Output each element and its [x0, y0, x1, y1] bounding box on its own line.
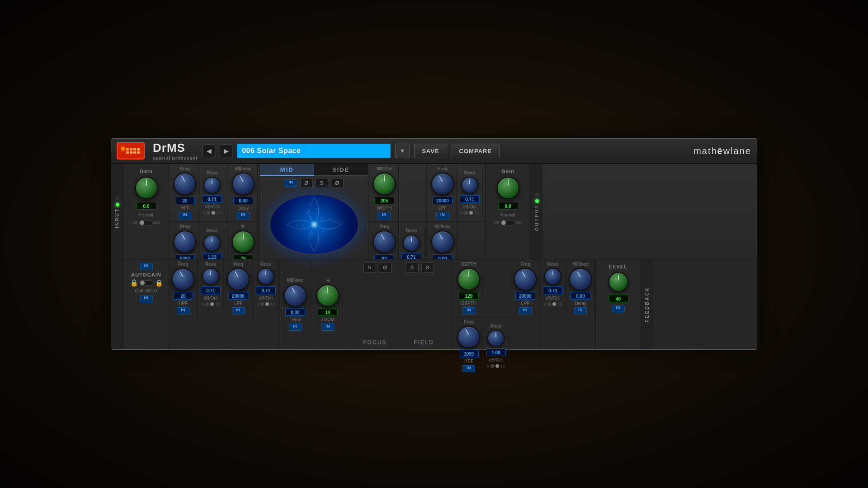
mid-top-hpf-reso-value[interactable]: 0.71	[202, 195, 222, 203]
mid-bot-hpf-reso-value[interactable]: 0.71	[201, 286, 221, 294]
side-bot-lpf-reso-knob[interactable]	[544, 268, 561, 285]
output-gain-value[interactable]: 0.0	[498, 202, 518, 210]
side-bot-delay-knob[interactable]	[569, 268, 592, 291]
mid-top-lpf-reso-knob[interactable]	[203, 235, 221, 252]
mid-top-hpf-reso-knob[interactable]	[203, 177, 221, 194]
mid-bot-lpf-reso-knob[interactable]	[257, 268, 274, 285]
mid-bot-hpf-freq-knob[interactable]	[172, 268, 194, 291]
side-s-btn[interactable]: S	[316, 178, 328, 188]
zoom-phase-btn[interactable]: Ø	[379, 263, 392, 272]
side-bot-hpf-in-btn[interactable]: IN	[462, 365, 475, 372]
field-s-btn[interactable]: S	[406, 263, 419, 272]
side-phase-btn[interactable]: Ø	[331, 178, 344, 188]
prev-preset-button[interactable]: ◀	[203, 145, 215, 157]
mid-bot-hpf-reso-knob[interactable]	[202, 268, 219, 285]
side-bot-lpf-freq-value[interactable]: 20000	[515, 292, 535, 300]
options-side-indicator	[111, 259, 124, 349]
svg-point-5	[312, 223, 316, 226]
mid-top-hpf-in-btn[interactable]: IN	[179, 212, 191, 219]
mid-top-lpf-freq-knob[interactable]	[174, 230, 196, 253]
side-tab[interactable]: SIDE	[314, 164, 368, 176]
mid-top-delay-in-btn[interactable]: IN	[237, 212, 250, 219]
mid-bot-lpf-reso-value[interactable]: 0.71	[256, 286, 276, 294]
side-bot-hpf-reso-knob[interactable]	[487, 330, 505, 347]
feedback-in-btn[interactable]: IN	[612, 305, 625, 312]
mid-top-hpf-freq-knob[interactable]	[174, 173, 196, 195]
side-top-hpf-reso-knob[interactable]	[403, 235, 420, 252]
slope-6-btn[interactable]	[207, 211, 210, 215]
mid-tab[interactable]: MID	[260, 164, 314, 176]
side-top-lpf-reso-group: Reso 0.71 dB/Oct 6 12	[457, 168, 483, 217]
options-in-btn[interactable]: IN	[140, 263, 153, 270]
side-width-group: WIDTH 205 WIDTH IN	[370, 164, 399, 221]
input-gain-knob[interactable]	[135, 177, 158, 199]
preset-name-display[interactable]: 006 Solar Space	[237, 144, 391, 158]
side-bot-delay-in-btn[interactable]: IN	[574, 307, 587, 314]
mid-top-delay-value[interactable]: 0.00	[233, 197, 253, 204]
mid-bot-hpf-in-btn[interactable]: IN	[177, 307, 189, 314]
side-top-lpf-in-btn[interactable]: IN	[436, 212, 449, 219]
side-bot-hpf-reso-value[interactable]: 1.08	[486, 348, 506, 356]
field-phase-btn[interactable]: Ø	[421, 263, 434, 272]
side-top-lpf-freq-value[interactable]: 20000	[433, 197, 453, 204]
mid-bot-lpf-freq-knob[interactable]	[227, 268, 250, 291]
side-top-lpf-reso-knob[interactable]	[461, 177, 478, 194]
autogain-toggle[interactable]	[140, 280, 153, 286]
side-bot-lpf-in-btn[interactable]: IN	[519, 307, 532, 314]
output-side-indicator: OUTPUT	[530, 164, 543, 259]
side-bot-hpf-freq-value[interactable]: 1099	[459, 350, 479, 357]
feedback-level-value[interactable]: 40	[609, 295, 628, 302]
zoom-s-btn[interactable]: S	[363, 263, 376, 272]
side-width-value[interactable]: 205	[374, 197, 394, 204]
side-lpf-slope-6[interactable]	[464, 211, 468, 215]
next-preset-button[interactable]: ▶	[220, 145, 232, 157]
output-format-label: Format	[501, 212, 515, 217]
feedback-side-indicator: FEEDBACK	[641, 259, 653, 349]
lock-on-icon[interactable]: 🔒	[155, 279, 163, 286]
side-lpf-slope-12[interactable]	[469, 211, 473, 215]
output-gain-knob[interactable]	[497, 177, 519, 199]
preset-dropdown-button[interactable]: ▼	[395, 144, 410, 158]
side-depth-knob[interactable]	[458, 268, 480, 291]
input-side-indicator: INPUT	[111, 164, 124, 259]
side-depth-in-btn[interactable]: IN	[462, 307, 475, 314]
mid-bot-lpf-freq-value[interactable]: 20000	[228, 292, 248, 300]
mid-bot-lpf-in-btn[interactable]: IN	[232, 307, 245, 314]
side-bot-delay-value[interactable]: 0.00	[571, 292, 590, 300]
side-bot-hpf-freq-knob[interactable]	[458, 326, 480, 348]
mid-bot-hpf-freq-value[interactable]: 20	[173, 292, 193, 300]
side-top-hpf-freq-knob[interactable]	[373, 230, 396, 253]
focus-label: FOCUS	[363, 339, 387, 346]
format-toggle[interactable]: LR MS	[132, 220, 160, 225]
mid-bot-delay-knob[interactable]	[284, 284, 307, 307]
slope-12-btn[interactable]	[212, 211, 215, 215]
mid-bot-delay-value[interactable]: 0.00	[285, 308, 305, 316]
mid-top-level-knob[interactable]	[232, 230, 255, 253]
input-gain-value[interactable]: 0.0	[137, 202, 156, 210]
mid-phase-btn[interactable]: Ø	[300, 178, 313, 188]
mid-top-delay-knob[interactable]	[232, 173, 255, 195]
mid-top-hpf-freq-value[interactable]: 20	[175, 197, 195, 204]
side-bot-lpf-freq-knob[interactable]	[514, 268, 537, 291]
zoom-value[interactable]: 14	[318, 308, 338, 316]
stereo-visualizer[interactable]	[269, 193, 359, 255]
side-top-lpf-reso-value[interactable]: 0.71	[460, 195, 480, 203]
zoom-in-btn[interactable]: IN	[321, 324, 334, 331]
feedback-level-knob[interactable]	[609, 272, 628, 292]
side-top-lpf-freq-knob[interactable]	[431, 173, 454, 195]
mid-in-btn[interactable]: IN	[285, 179, 297, 187]
side-bot-lpf-reso-value[interactable]: 0.71	[543, 286, 563, 294]
side-width-knob[interactable]	[373, 173, 396, 195]
save-button[interactable]: SAVE	[414, 144, 447, 158]
lock-off-icon[interactable]: 🔓	[130, 279, 138, 286]
compare-button[interactable]: COMPARE	[452, 144, 500, 158]
mid-bot-delay-in-btn[interactable]: IN	[289, 324, 302, 331]
side-width-in-btn[interactable]: IN	[378, 212, 391, 219]
power-button[interactable]	[117, 142, 145, 160]
cntr-solo-in-btn[interactable]: IN	[140, 295, 153, 302]
zoom-knob[interactable]	[316, 284, 339, 307]
side-top-lpf-freq-group: Freq 20000 LPF IN	[429, 164, 457, 221]
side-top-delay-knob[interactable]	[431, 230, 454, 253]
output-format-toggle[interactable]: LR MS	[494, 220, 522, 225]
side-depth-value[interactable]: 129	[459, 292, 479, 300]
